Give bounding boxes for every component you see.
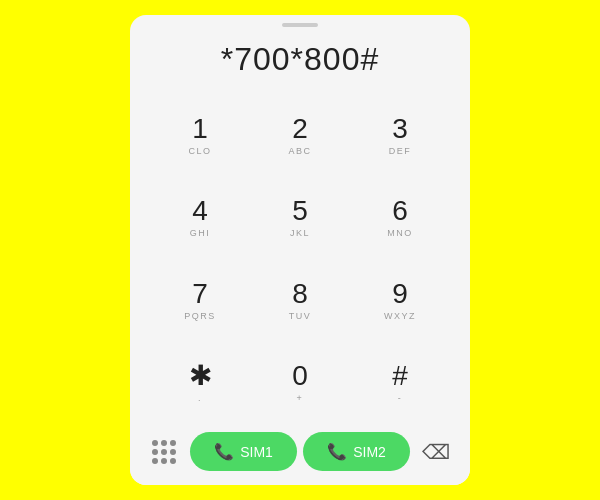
key-number-8: 9 — [392, 279, 408, 310]
key-letters-0: CLO — [188, 146, 211, 157]
key-number-5: 6 — [392, 196, 408, 227]
backspace-button[interactable]: ⌫ — [418, 434, 454, 470]
key-number-3: 4 — [192, 196, 208, 227]
sim-buttons-container: 📞 SIM1 📞 SIM2 — [190, 432, 410, 471]
key-2[interactable]: 2 ABC — [250, 94, 350, 177]
key-6[interactable]: 6 MNO — [350, 177, 450, 260]
key-number-0: 1 — [192, 114, 208, 145]
key-0[interactable]: 0 + — [250, 342, 350, 425]
key-star[interactable]: ✱ . — [150, 342, 250, 425]
key-letters-3: GHI — [190, 228, 211, 239]
key-number-6: 7 — [192, 279, 208, 310]
key-7[interactable]: 7 PQRS — [150, 259, 250, 342]
key-number-1: 2 — [292, 114, 308, 145]
key-number-11: # — [392, 361, 408, 392]
sim2-phone-icon: 📞 — [327, 442, 347, 461]
key-5[interactable]: 5 JKL — [250, 177, 350, 260]
sim2-call-button[interactable]: 📞 SIM2 — [303, 432, 410, 471]
key-letters-6: PQRS — [184, 311, 216, 322]
sim2-label: SIM2 — [353, 444, 386, 460]
key-number-10: 0 — [292, 361, 308, 392]
sim1-phone-icon: 📞 — [214, 442, 234, 461]
drag-handle — [282, 23, 318, 27]
key-letters-7: TUV — [289, 311, 312, 322]
key-3[interactable]: 3 DEF — [350, 94, 450, 177]
grid-dots — [152, 440, 176, 464]
key-8[interactable]: 8 TUV — [250, 259, 350, 342]
bottom-bar: 📞 SIM1 📞 SIM2 ⌫ — [130, 424, 470, 485]
grid-icon-button[interactable] — [146, 434, 182, 470]
top-bar — [130, 15, 470, 31]
key-letters-2: DEF — [389, 146, 412, 157]
key-4[interactable]: 4 GHI — [150, 177, 250, 260]
sim1-call-button[interactable]: 📞 SIM1 — [190, 432, 297, 471]
phone-dialpad: *700*800# 1 CLO 2 ABC 3 DEF 4 GHI 5 JKL … — [130, 15, 470, 485]
key-letters-8: WXYZ — [384, 311, 416, 322]
dialed-number-display: *700*800# — [201, 31, 399, 94]
key-number-4: 5 — [292, 196, 308, 227]
key-9[interactable]: 9 WXYZ — [350, 259, 450, 342]
key-number-2: 3 — [392, 114, 408, 145]
key-number-7: 8 — [292, 279, 308, 310]
keypad-grid: 1 CLO 2 ABC 3 DEF 4 GHI 5 JKL 6 MNO 7 PQ… — [130, 94, 470, 424]
key-letters-5: MNO — [387, 228, 413, 239]
key-letters-9: . — [198, 393, 202, 404]
backspace-icon: ⌫ — [422, 440, 450, 464]
key-letters-11: - — [398, 393, 403, 404]
key-hash[interactable]: # - — [350, 342, 450, 425]
key-letters-1: ABC — [288, 146, 311, 157]
key-letters-10: + — [297, 393, 304, 404]
key-1[interactable]: 1 CLO — [150, 94, 250, 177]
key-number-9: ✱ — [189, 361, 212, 392]
sim1-label: SIM1 — [240, 444, 273, 460]
key-letters-4: JKL — [290, 228, 310, 239]
